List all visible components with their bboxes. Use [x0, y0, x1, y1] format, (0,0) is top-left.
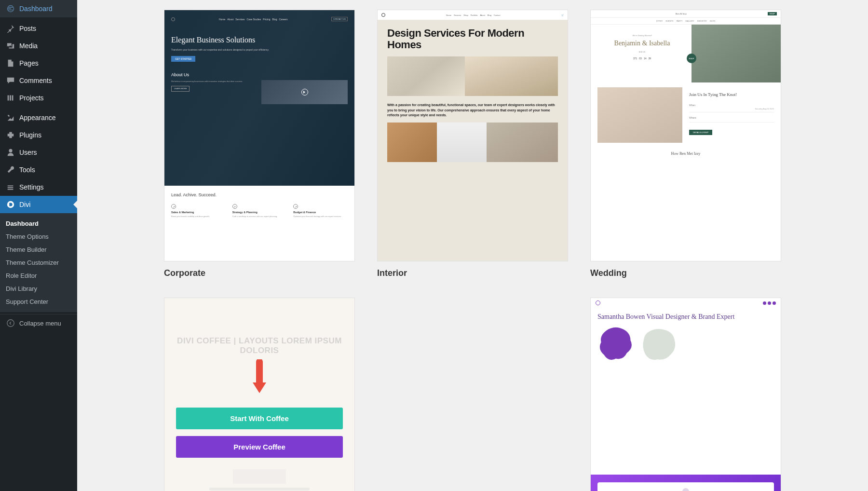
- media-icon: [6, 41, 15, 51]
- submenu-theme-options[interactable]: Theme Options: [0, 230, 77, 243]
- sidebar-item-comments[interactable]: Comments: [0, 72, 77, 89]
- interior-headline: Design Services For Modern Homes: [378, 20, 568, 56]
- sidebar-item-tools[interactable]: Tools: [0, 161, 77, 178]
- sidebar-item-label: Posts: [19, 25, 36, 32]
- arrow-down-icon: [250, 359, 269, 398]
- submenu-theme-builder[interactable]: Theme Builder: [0, 243, 77, 256]
- sidebar-item-label: Pages: [19, 59, 39, 67]
- template-thumbnail: Samantha Bowen Visual Designer & Brand E…: [590, 298, 781, 491]
- collapse-icon: [6, 318, 15, 328]
- template-card-coffee[interactable]: DIVI COFFEE | LAYOUTS LOREM IPSUM DOLORI…: [164, 298, 355, 491]
- template-card-corporate[interactable]: HomeAboutServicesCase StudiesPricingBlog…: [164, 10, 355, 278]
- divi-icon: [6, 200, 15, 209]
- template-thumbnail: HomeServicesShopPortfolioAboutBlogContac…: [377, 10, 568, 261]
- tools-icon: [6, 165, 15, 175]
- sidebar-item-label: Users: [19, 149, 37, 156]
- sidebar-item-label: Appearance: [19, 114, 56, 122]
- comment-icon: [6, 76, 15, 85]
- sidebar-item-appearance[interactable]: Appearance: [0, 109, 77, 126]
- sidebar-item-settings[interactable]: Settings: [0, 178, 77, 196]
- template-thumbnail-hover: DIVI COFFEE | LAYOUTS LOREM IPSUM DOLORI…: [164, 298, 355, 491]
- divi-submenu: Dashboard Theme Options Theme Builder Th…: [0, 213, 77, 312]
- template-title: Wedding: [590, 268, 781, 278]
- sidebar-item-users[interactable]: Users: [0, 144, 77, 161]
- page-icon: [6, 58, 15, 68]
- sidebar-item-label: Dashboard: [19, 5, 53, 13]
- template-card-interior[interactable]: HomeServicesShopPortfolioAboutBlogContac…: [377, 10, 568, 278]
- sidebar-item-label: Plugins: [19, 131, 41, 139]
- template-thumbnail: Ben & Izzy RSVP STORYEVENTSPARTYGALLERYR…: [590, 10, 781, 261]
- template-gallery: HomeAboutServicesCase StudiesPricingBlog…: [77, 0, 868, 491]
- preview-button[interactable]: Preview Coffee: [176, 436, 343, 458]
- play-icon: [301, 89, 308, 95]
- template-title: Interior: [377, 268, 568, 278]
- sidebar-item-projects[interactable]: Projects: [0, 89, 77, 107]
- sidebar-item-label: Tools: [19, 166, 35, 174]
- collapse-menu[interactable]: Collapse menu: [0, 314, 77, 332]
- sidebar-item-dashboard[interactable]: Dashboard: [0, 0, 77, 17]
- creative-headline: Samantha Bowen Visual Designer & Brand E…: [591, 308, 781, 328]
- projects-icon: [6, 93, 15, 103]
- sidebar-item-label: Comments: [19, 77, 52, 84]
- submenu-theme-customizer[interactable]: Theme Customizer: [0, 256, 77, 269]
- sidebar-item-plugins[interactable]: Plugins: [0, 126, 77, 144]
- plugin-icon: [6, 130, 15, 140]
- sidebar-item-label: Settings: [19, 183, 44, 191]
- template-card-creative-director[interactable]: Samantha Bowen Visual Designer & Brand E…: [590, 298, 781, 491]
- svg-point-1: [7, 320, 14, 327]
- submenu-role-editor[interactable]: Role Editor: [0, 269, 77, 282]
- sidebar-item-divi[interactable]: Divi: [0, 196, 77, 213]
- sidebar-item-pages[interactable]: Pages: [0, 55, 77, 72]
- sidebar-item-posts[interactable]: Posts: [0, 20, 77, 37]
- start-with-button[interactable]: Start With Coffee: [176, 408, 343, 429]
- sidebar-item-label: Divi: [19, 201, 30, 208]
- sidebar-item-label: Projects: [19, 94, 44, 102]
- corporate-headline: Elegant Business Solutions: [171, 36, 348, 44]
- wedding-names: Benjamin & Isabella: [597, 40, 687, 48]
- sidebar-item-label: Media: [19, 42, 38, 50]
- template-card-wedding[interactable]: Ben & Izzy RSVP STORYEVENTSPARTYGALLERYR…: [590, 10, 781, 278]
- settings-icon: [6, 182, 15, 192]
- pin-icon: [6, 24, 15, 33]
- wp-admin-sidebar: Dashboard Posts Media Pages Comments Pro…: [0, 0, 77, 491]
- dashboard-icon: [6, 4, 15, 14]
- template-title: Corporate: [164, 268, 355, 278]
- submenu-support-center[interactable]: Support Center: [0, 295, 77, 308]
- collapse-label: Collapse menu: [19, 320, 61, 327]
- sidebar-item-media[interactable]: Media: [0, 37, 77, 55]
- submenu-dashboard[interactable]: Dashboard: [0, 217, 77, 230]
- appearance-icon: [6, 113, 15, 123]
- template-thumbnail: HomeAboutServicesCase StudiesPricingBlog…: [164, 10, 355, 261]
- user-icon: [6, 148, 15, 157]
- submenu-divi-library[interactable]: Divi Library: [0, 282, 77, 295]
